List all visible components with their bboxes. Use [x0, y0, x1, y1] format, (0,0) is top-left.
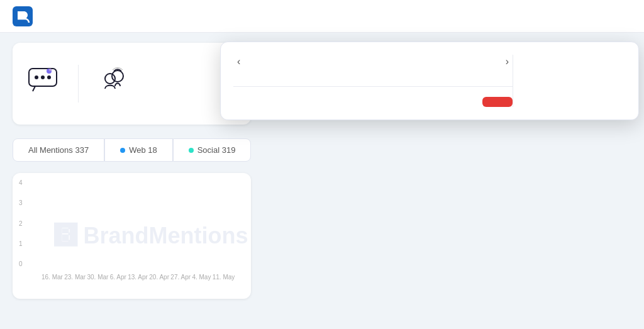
mentions-stat [28, 67, 58, 100]
tab-web-label: Web 18 [129, 145, 157, 155]
chart-bars [35, 183, 241, 271]
tab-social-label: Social 319 [197, 145, 236, 155]
march-calendar: ‹ [233, 55, 365, 76]
calendar-footer [233, 86, 513, 107]
svg-point-4 [47, 75, 51, 79]
social-dot [189, 148, 194, 153]
mentions-icon [28, 67, 58, 92]
svg-point-8 [105, 74, 115, 84]
april-header: › [380, 55, 513, 69]
apply-button[interactable] [482, 97, 513, 107]
cancel-button[interactable] [456, 97, 476, 107]
april-calendar: › [380, 55, 513, 76]
reach-stat [99, 67, 129, 100]
header [0, 0, 644, 33]
calendar-popup: ‹ › [220, 42, 639, 120]
svg-point-7 [112, 70, 123, 82]
tab-all-label: All Mentions 337 [28, 145, 89, 155]
chart-area: 43210 🅱 BrandMentions 16. Mar23. Mar30. … [13, 173, 251, 299]
tabs-section: All Mentions 337 Web 18 Social 319 [13, 138, 251, 162]
next-month-button[interactable]: › [502, 55, 513, 69]
logo-icon [13, 6, 33, 26]
svg-point-3 [41, 75, 45, 79]
svg-point-2 [35, 75, 38, 79]
tab-social[interactable]: Social 319 [173, 138, 252, 162]
calendars-wrapper: ‹ › [233, 55, 513, 107]
main-content: All Mentions 337 Web 18 Social 319 43210… [0, 33, 644, 309]
march-header: ‹ [233, 55, 365, 69]
reach-icon [99, 67, 129, 92]
tab-all-mentions[interactable]: All Mentions 337 [13, 138, 104, 162]
svg-point-6 [49, 69, 52, 71]
logo [13, 6, 38, 26]
chart-x-labels: 16. Mar23. Mar30. Mar6. Apr 13. Apr20. A… [35, 271, 241, 281]
quick-options-panel [513, 55, 626, 107]
prev-month-button[interactable]: ‹ [233, 55, 244, 69]
web-dot [120, 148, 125, 153]
y-axis: 43210 [19, 179, 23, 267]
calendars-section: ‹ › [233, 55, 513, 76]
divider [78, 65, 79, 103]
tab-web[interactable]: Web 18 [104, 138, 173, 162]
stats-card [13, 43, 251, 125]
